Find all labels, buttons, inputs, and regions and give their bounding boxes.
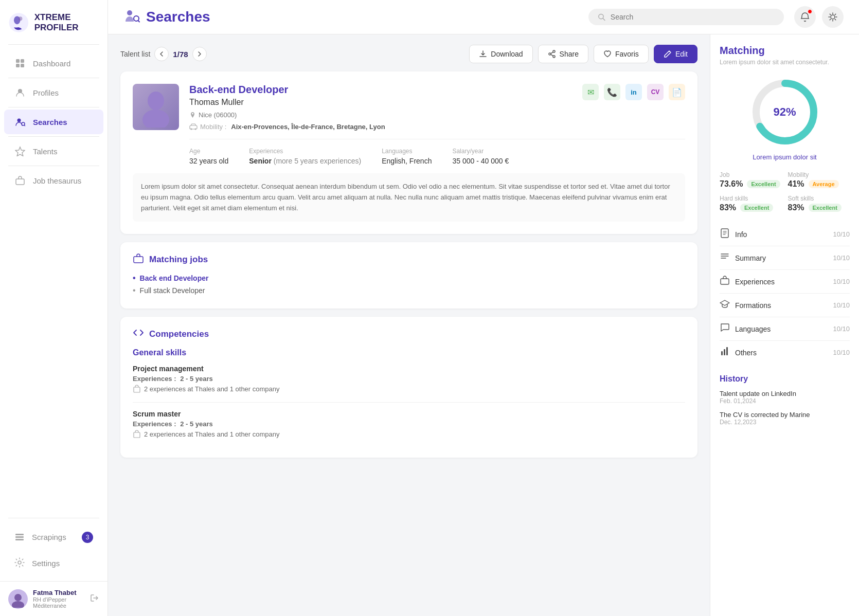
profile-description: Lorem ipsum dolor sit amet consectetur. … (133, 173, 685, 222)
svg-rect-12 (16, 179, 24, 185)
svg-rect-4 (21, 59, 24, 63)
edit-button[interactable]: Edit (654, 45, 697, 63)
profile-card: Back-end Developer Thomas Muller Nice (0… (120, 71, 697, 234)
matching-job-2[interactable]: • Full stack Developer (133, 286, 685, 295)
share-icon (548, 50, 556, 58)
stat-salary: Salary/year 35 000 - 40 000 € (452, 148, 509, 165)
matching-job-active[interactable]: • Back end Developer (133, 274, 685, 283)
download-icon (479, 50, 487, 58)
svg-point-39 (142, 110, 169, 128)
notification-dot (808, 9, 812, 14)
briefcase2-icon (133, 252, 144, 266)
mobility-places: Aix-en-Provences, Île-de-France, Bretagn… (231, 123, 385, 131)
info-row-languages[interactable]: Languages 10/10 (720, 317, 850, 341)
svg-point-17 (14, 594, 22, 601)
matching-jobs-card: Matching jobs • Back end Developer • Ful… (120, 242, 697, 309)
history-item-2: The CV is corrected by Marine Dec. 12,20… (720, 411, 850, 426)
skill-divider-1 (133, 402, 685, 403)
skill-name-1: Project management (133, 365, 685, 373)
competencies-header: Competencies (133, 327, 685, 341)
edit-icon (664, 50, 672, 58)
info-row-summary[interactable]: Summary 10/10 (720, 246, 850, 270)
sidebar-item-dashboard[interactable]: Dashboard (4, 51, 103, 76)
profile-photo (133, 84, 179, 130)
sidebar-item-talents[interactable]: Talents (4, 139, 103, 164)
skill-name-2: Scrum master (133, 410, 685, 418)
sidebar-item-dashboard-label: Dashboard (33, 59, 70, 68)
header: Searches (108, 0, 859, 34)
svg-point-2 (19, 16, 23, 21)
score-job: Job 73.6% Excellent (720, 171, 782, 189)
logo-icon (8, 9, 29, 36)
profile-mobility: Mobility : Aix-en-Provences, Île-de-Fran… (189, 123, 385, 131)
sidebar-item-scrapings-label: Scrapings (32, 533, 66, 541)
sidebar-item-settings[interactable]: Settings (4, 551, 103, 576)
stat-experiences: Experiences Senior (more 5 years experie… (249, 148, 361, 165)
sidebar: XTREME PROFILER Dashboard Profiles Searc… (0, 0, 108, 616)
code-icon (133, 327, 144, 341)
matching-jobs-header: Matching jobs (133, 252, 685, 266)
cv-icon[interactable]: CV (647, 84, 664, 100)
skill-item-2: Scrum master Experiences : 2 - 5 years 2… (133, 410, 685, 438)
score-grid: Job 73.6% Excellent Mobility 41% Average… (720, 171, 850, 212)
svg-rect-15 (15, 539, 24, 540)
sidebar-bottom: Scrapings 3 Settings (0, 518, 108, 577)
linkedin-icon[interactable]: in (625, 84, 642, 100)
prev-talent-button[interactable] (154, 47, 169, 61)
email-icon[interactable]: ✉ (582, 84, 599, 100)
talent-count: 1/78 (173, 50, 188, 59)
graduation-icon (720, 299, 730, 312)
search-bar[interactable] (588, 9, 784, 25)
favoris-button[interactable]: Favoris (594, 45, 649, 63)
info-icon (720, 228, 730, 241)
competencies-card: Competencies General skills Project mana… (120, 317, 697, 458)
logo-area: XTREME PROFILER (0, 0, 108, 44)
stat-age: Age 32 years old (189, 148, 228, 165)
download-button[interactable]: Download (469, 45, 532, 63)
sidebar-item-scrapings[interactable]: Scrapings 3 (4, 524, 103, 550)
sidebar-divider-3 (8, 136, 99, 137)
matching-subtitle[interactable]: Lorem ipsum dolor sit (720, 153, 850, 161)
svg-line-31 (830, 19, 830, 20)
scrapings-badge: 3 (82, 532, 93, 543)
header-searches-icon (123, 7, 140, 27)
user-info: Fatma Thabet RH d'iPepper Méditerranée (33, 589, 85, 609)
info-row-formations[interactable]: Formations 10/10 (720, 294, 850, 317)
score-soft-skills-badge: Excellent (809, 204, 842, 212)
score-mobility-value: 41% (788, 179, 804, 189)
sidebar-item-settings-label: Settings (32, 559, 60, 568)
info-rows: Info 10/10 Summary 10/10 (720, 223, 850, 364)
donut-chart: 92% (749, 76, 821, 148)
theme-toggle-button[interactable] (822, 6, 844, 28)
logout-icon[interactable] (90, 593, 99, 605)
svg-point-24 (831, 15, 835, 19)
svg-line-23 (603, 19, 605, 21)
svg-rect-44 (134, 387, 140, 392)
sidebar-item-job-thesaurus[interactable]: Job thesaurus (4, 168, 103, 193)
info-row-experiences[interactable]: Experiences 10/10 (720, 270, 850, 294)
header-title-area: Searches (123, 7, 578, 27)
skill-exp-2: Experiences : 2 - 5 years (133, 420, 685, 428)
sidebar-item-profiles[interactable]: Profiles (4, 80, 103, 105)
score-hard-skills-badge: Excellent (740, 204, 773, 212)
search-input[interactable] (611, 13, 775, 21)
svg-marker-56 (720, 300, 729, 305)
donut-chart-container: 92% (720, 76, 850, 148)
next-talent-button[interactable] (192, 47, 207, 61)
skill-companies-1: 2 experiences at Thales and 1 other comp… (133, 385, 685, 393)
bullet-active: • (133, 274, 136, 283)
phone-icon[interactable]: 📞 (604, 84, 620, 100)
doc-icon[interactable]: 📄 (669, 84, 685, 100)
share-button[interactable]: Share (538, 45, 588, 63)
svg-rect-59 (726, 347, 728, 355)
matching-jobs-title: Matching jobs (149, 255, 208, 265)
star-icon (14, 146, 26, 157)
notification-button[interactable] (794, 6, 816, 28)
svg-line-29 (830, 14, 830, 14)
history-title: History (720, 374, 850, 384)
info-row-others[interactable]: Others 10/10 (720, 341, 850, 364)
sidebar-item-searches[interactable]: Searches (4, 110, 103, 134)
competencies-title: Competencies (149, 329, 209, 339)
info-row-info[interactable]: Info 10/10 (720, 223, 850, 246)
score-soft-skills-value: 83% (788, 203, 804, 212)
